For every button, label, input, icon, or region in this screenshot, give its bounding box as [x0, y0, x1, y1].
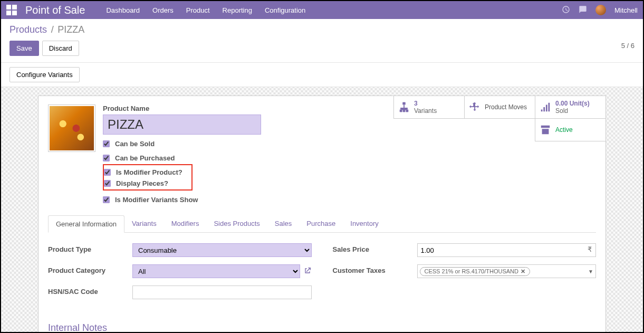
svg-rect-2 [403, 110, 406, 112]
discard-button[interactable]: Discard [42, 41, 79, 56]
remove-tax-icon[interactable]: ✕ [521, 268, 525, 275]
product-category-label: Product Category [48, 264, 132, 274]
tab-purchase[interactable]: Purchase [299, 215, 343, 232]
hsn-label: HSN/SAC Code [48, 286, 132, 296]
tab-content: Product Type Consumable Product Category… [48, 233, 596, 307]
product-category-select[interactable]: All [132, 264, 300, 278]
product-name-input[interactable] [103, 115, 261, 135]
customer-taxes-label: Customer Taxes [333, 264, 417, 274]
top-navbar: Point of Sale Dashboard Orders Product R… [1, 1, 643, 19]
nav-configuration[interactable]: Configuration [265, 6, 305, 14]
save-button[interactable]: Save [9, 41, 39, 56]
apps-icon[interactable] [6, 5, 17, 15]
tab-modifiers[interactable]: Modifiers [164, 215, 207, 232]
check-is-modifier[interactable] [104, 169, 111, 176]
breadcrumb-parent[interactable]: Products [9, 24, 47, 35]
chat-icon[interactable] [579, 5, 587, 15]
sub-action-bar: Configure Variants [1, 63, 643, 87]
chevron-down-icon[interactable]: ▼ [588, 269, 593, 274]
breadcrumb-current: PIZZA [57, 24, 84, 35]
customer-taxes-field[interactable]: CESS 21% or RS.4170/THOUSAND ✕ ▼ [417, 264, 597, 278]
internal-notes-heading: Internal Notes [48, 322, 596, 333]
svg-rect-1 [400, 110, 402, 112]
nav-dashboard[interactable]: Dashboard [106, 6, 140, 14]
nav-reporting[interactable]: Reporting [223, 6, 252, 14]
stat-sold[interactable]: 0.00 Unit(s)Sold [535, 96, 606, 119]
breadcrumb: Products / PIZZA [1, 19, 643, 37]
sales-price-label: Sales Price [333, 243, 417, 253]
arrows-icon [469, 101, 480, 113]
check-modifier-variants-show[interactable] [103, 196, 110, 203]
user-name[interactable]: Mitchell [614, 6, 638, 14]
tab-inventory[interactable]: Inventory [343, 215, 386, 232]
sales-price-input[interactable] [417, 243, 597, 257]
svg-rect-3 [406, 110, 409, 112]
hsn-input[interactable] [132, 286, 312, 299]
svg-rect-0 [402, 102, 406, 105]
product-image[interactable] [48, 104, 95, 152]
pager[interactable]: 5 / 6 [621, 42, 635, 50]
brand-title[interactable]: Point of Sale [25, 4, 85, 16]
check-can-be-sold[interactable] [103, 140, 110, 147]
avatar[interactable] [595, 5, 606, 15]
tabs: General Information Variants Modifiers S… [48, 215, 596, 233]
action-bar: Save Discard 5 / 6 [1, 37, 643, 63]
sitemap-icon [398, 101, 410, 113]
form-sheet: 3Variants Product Moves 0.00 Unit(s)Sold… [38, 96, 606, 333]
configure-variants-button[interactable]: Configure Variants [9, 67, 80, 82]
archive-icon [540, 124, 551, 136]
clock-icon[interactable] [562, 5, 570, 15]
tax-tag: CESS 21% or RS.4170/THOUSAND ✕ [420, 267, 531, 276]
stat-variants[interactable]: 3Variants [393, 96, 465, 119]
tab-sales[interactable]: Sales [267, 215, 300, 232]
tab-general-information[interactable]: General Information [48, 215, 124, 233]
nav-menu: Dashboard Orders Product Reporting Confi… [106, 6, 305, 14]
external-link-icon[interactable] [303, 267, 312, 277]
product-type-label: Product Type [48, 243, 132, 253]
stat-product-moves[interactable]: Product Moves [464, 96, 535, 119]
stat-active[interactable]: Active [535, 118, 606, 141]
check-display-pieces[interactable] [104, 180, 111, 187]
nav-orders[interactable]: Orders [152, 6, 174, 14]
tab-sides-products[interactable]: Sides Products [206, 215, 267, 232]
breadcrumb-sep: / [51, 24, 54, 35]
bars-icon [540, 101, 551, 113]
nav-product[interactable]: Product [186, 6, 210, 14]
tab-variants[interactable]: Variants [124, 215, 164, 232]
currency-symbol: ₹ [588, 245, 592, 253]
product-type-select[interactable]: Consumable [132, 243, 312, 257]
highlight-box: Is Modifier Product? Display Pieces? [103, 164, 193, 191]
check-can-be-purchased[interactable] [103, 155, 110, 161]
form-background: 3Variants Product Moves 0.00 Unit(s)Sold… [1, 87, 643, 333]
stat-buttons: 3Variants Product Moves 0.00 Unit(s)Sold… [392, 96, 605, 141]
